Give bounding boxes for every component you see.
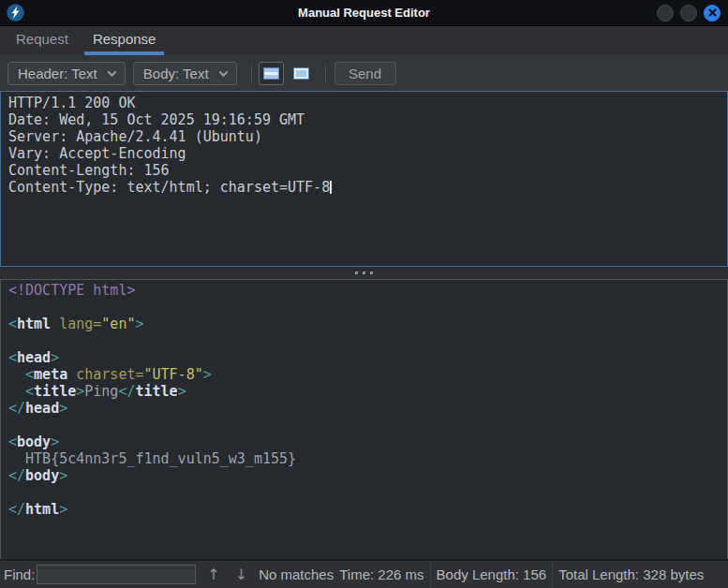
toolbar-separator xyxy=(325,64,326,82)
window-title: Manual Request Editor xyxy=(298,6,430,20)
response-body-line: <meta charset="UTF-8"> xyxy=(8,366,727,383)
response-header-editor[interactable]: HTTP/1.1 200 OKDate: Wed, 15 Oct 2025 19… xyxy=(0,91,728,267)
response-body-editor[interactable]: <!DOCTYPE html><html lang="en"><head> <m… xyxy=(0,279,728,559)
response-body-line: <html lang="en"> xyxy=(8,316,727,332)
combined-view-button[interactable] xyxy=(289,62,314,85)
response-body-line: <title>Ping</title> xyxy=(8,383,727,400)
response-body-line: </body> xyxy=(8,467,727,484)
maximize-button[interactable] xyxy=(680,5,697,22)
response-body-line: <!DOCTYPE html> xyxy=(8,282,727,299)
response-header-lines: HTTP/1.1 200 OKDate: Wed, 15 Oct 2025 19… xyxy=(8,95,727,196)
split-view-button[interactable] xyxy=(259,62,284,85)
text-caret xyxy=(330,181,332,194)
response-time-status: Time: 226 ms xyxy=(334,561,429,588)
close-icon xyxy=(708,8,717,17)
zap-logo-icon xyxy=(7,4,24,22)
window-controls xyxy=(657,5,721,22)
response-body-line: <body> xyxy=(8,434,727,450)
body-view-dropdown-label: Body: Text xyxy=(143,66,209,81)
find-next-button[interactable]: ↓ xyxy=(231,567,251,582)
status-bar: Find: ↑ ↓ No matches Time: 226 ms Body L… xyxy=(0,559,728,588)
close-button[interactable] xyxy=(704,5,721,22)
response-body-line: </html> xyxy=(8,501,727,518)
response-body-line: HTB{5c4nn3r5_f1nd_vuln5_w3_m155} xyxy=(8,450,727,467)
response-header-line: Server: Apache/2.4.41 (Ubuntu) xyxy=(8,128,727,145)
split-view-icon xyxy=(263,67,279,80)
combined-view-icon xyxy=(293,67,309,80)
arrow-down-icon: ↓ xyxy=(235,566,247,583)
manual-request-editor-window: Manual Request Editor Request Response H… xyxy=(0,0,728,588)
tab-request[interactable]: Request xyxy=(7,26,77,55)
body-view-dropdown[interactable]: Body: Text xyxy=(133,62,237,85)
response-header-line: Date: Wed, 15 Oct 2025 19:16:59 GMT xyxy=(8,111,727,128)
body-length-status: Body Length: 156 xyxy=(430,561,553,588)
response-header-line: Content-Type: text/html; charset=UTF-8 xyxy=(8,179,727,196)
splitter-grip-icon xyxy=(355,272,373,274)
tab-response[interactable]: Response xyxy=(84,26,165,55)
response-body-line xyxy=(8,484,727,501)
response-body-line xyxy=(8,332,727,349)
response-header-line: HTTP/1.1 200 OK xyxy=(8,95,727,111)
minimize-button[interactable] xyxy=(657,5,674,22)
pane-splitter[interactable] xyxy=(0,267,728,279)
chevron-down-icon xyxy=(107,67,116,77)
find-previous-button[interactable]: ↑ xyxy=(203,567,223,582)
response-body-line xyxy=(8,417,727,434)
title-bar: Manual Request Editor xyxy=(0,0,728,26)
toolbar-separator xyxy=(251,64,252,82)
response-header-line: Content-Length: 156 xyxy=(8,162,727,179)
response-body-line xyxy=(8,299,727,316)
response-body-code: <!DOCTYPE html><html lang="en"><head> <m… xyxy=(8,282,727,518)
header-view-dropdown[interactable]: Header: Text xyxy=(7,62,126,85)
tab-request-label: Request xyxy=(16,31,68,47)
response-header-line: Vary: Accept-Encoding xyxy=(8,145,727,162)
tab-response-label: Response xyxy=(93,31,156,47)
arrow-up-icon: ↑ xyxy=(207,566,219,583)
send-button[interactable]: Send xyxy=(334,62,396,85)
response-body-line: </head> xyxy=(8,400,727,417)
find-matches-status: No matches xyxy=(251,566,334,582)
tab-bar: Request Response xyxy=(0,26,728,55)
total-length-status: Total Length: 328 bytes xyxy=(552,561,709,588)
response-body-line: <head> xyxy=(8,349,727,366)
find-label: Find: xyxy=(4,566,35,582)
chevron-down-icon xyxy=(218,67,228,77)
toolbar: Header: Text Body: Text Send xyxy=(0,55,728,91)
find-input[interactable] xyxy=(37,565,196,584)
header-view-dropdown-label: Header: Text xyxy=(18,66,97,81)
